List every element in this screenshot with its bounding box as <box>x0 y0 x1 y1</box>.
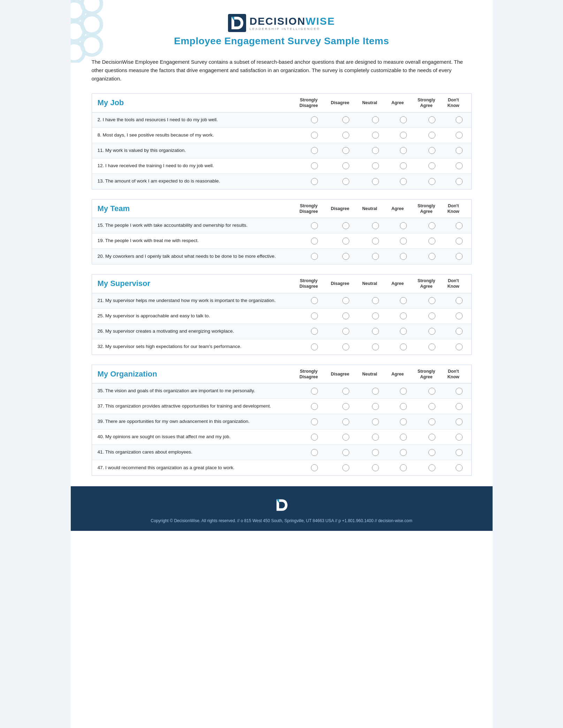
radio-circle[interactable] <box>428 418 435 425</box>
radio-cell[interactable] <box>417 160 447 172</box>
radio-circle[interactable] <box>456 116 463 123</box>
radio-cell[interactable] <box>299 416 330 428</box>
radio-cell[interactable] <box>299 310 330 322</box>
radio-cell[interactable] <box>447 250 471 263</box>
radio-circle[interactable] <box>342 388 349 395</box>
radio-cell[interactable] <box>330 416 362 428</box>
radio-cell[interactable] <box>389 310 417 322</box>
radio-cell[interactable] <box>330 175 362 188</box>
radio-cell[interactable] <box>330 431 362 443</box>
radio-circle[interactable] <box>428 434 435 441</box>
radio-circle[interactable] <box>372 343 379 350</box>
radio-circle[interactable] <box>342 343 349 350</box>
radio-circle[interactable] <box>372 449 379 456</box>
radio-circle[interactable] <box>342 403 349 410</box>
radio-cell[interactable] <box>330 114 362 126</box>
radio-circle[interactable] <box>428 253 435 260</box>
radio-cell[interactable] <box>362 160 389 172</box>
radio-circle[interactable] <box>372 328 379 335</box>
radio-cell[interactable] <box>299 129 330 141</box>
radio-circle[interactable] <box>428 132 435 139</box>
radio-cell[interactable] <box>330 160 362 172</box>
radio-circle[interactable] <box>428 403 435 410</box>
radio-circle[interactable] <box>372 403 379 410</box>
radio-circle[interactable] <box>400 147 407 154</box>
radio-cell[interactable] <box>330 341 362 353</box>
radio-cell[interactable] <box>389 175 417 188</box>
radio-cell[interactable] <box>299 144 330 157</box>
radio-circle[interactable] <box>342 312 349 319</box>
radio-cell[interactable] <box>362 400 389 413</box>
radio-circle[interactable] <box>342 328 349 335</box>
radio-circle[interactable] <box>372 297 379 304</box>
radio-circle[interactable] <box>428 343 435 350</box>
radio-cell[interactable] <box>330 400 362 413</box>
radio-cell[interactable] <box>417 400 447 413</box>
radio-cell[interactable] <box>389 341 417 353</box>
radio-cell[interactable] <box>330 325 362 338</box>
radio-cell[interactable] <box>362 462 389 474</box>
radio-circle[interactable] <box>456 464 463 471</box>
radio-circle[interactable] <box>456 178 463 185</box>
radio-cell[interactable] <box>362 235 389 247</box>
radio-cell[interactable] <box>362 175 389 188</box>
radio-cell[interactable] <box>299 462 330 474</box>
radio-circle[interactable] <box>311 449 318 456</box>
radio-circle[interactable] <box>456 253 463 260</box>
radio-cell[interactable] <box>447 400 471 413</box>
radio-circle[interactable] <box>400 162 407 169</box>
radio-cell[interactable] <box>362 250 389 263</box>
radio-cell[interactable] <box>389 400 417 413</box>
radio-cell[interactable] <box>362 114 389 126</box>
radio-cell[interactable] <box>447 294 471 307</box>
radio-cell[interactable] <box>417 462 447 474</box>
radio-circle[interactable] <box>372 116 379 123</box>
radio-circle[interactable] <box>400 253 407 260</box>
radio-circle[interactable] <box>311 418 318 425</box>
radio-cell[interactable] <box>389 219 417 232</box>
radio-circle[interactable] <box>342 178 349 185</box>
radio-cell[interactable] <box>447 235 471 247</box>
radio-cell[interactable] <box>299 114 330 126</box>
radio-cell[interactable] <box>417 416 447 428</box>
radio-cell[interactable] <box>362 325 389 338</box>
radio-circle[interactable] <box>342 147 349 154</box>
radio-cell[interactable] <box>299 235 330 247</box>
radio-cell[interactable] <box>417 294 447 307</box>
radio-circle[interactable] <box>400 178 407 185</box>
radio-circle[interactable] <box>311 132 318 139</box>
radio-circle[interactable] <box>372 464 379 471</box>
radio-circle[interactable] <box>372 388 379 395</box>
radio-cell[interactable] <box>447 462 471 474</box>
radio-circle[interactable] <box>311 178 318 185</box>
radio-circle[interactable] <box>428 464 435 471</box>
radio-cell[interactable] <box>330 129 362 141</box>
radio-circle[interactable] <box>400 403 407 410</box>
radio-cell[interactable] <box>389 114 417 126</box>
radio-circle[interactable] <box>456 312 463 319</box>
radio-cell[interactable] <box>330 250 362 263</box>
radio-circle[interactable] <box>456 297 463 304</box>
radio-cell[interactable] <box>417 114 447 126</box>
radio-cell[interactable] <box>389 431 417 443</box>
radio-cell[interactable] <box>447 129 471 141</box>
radio-cell[interactable] <box>447 160 471 172</box>
radio-circle[interactable] <box>311 464 318 471</box>
radio-cell[interactable] <box>389 294 417 307</box>
radio-cell[interactable] <box>447 114 471 126</box>
radio-cell[interactable] <box>299 219 330 232</box>
radio-circle[interactable] <box>372 253 379 260</box>
radio-cell[interactable] <box>447 341 471 353</box>
radio-circle[interactable] <box>311 253 318 260</box>
radio-cell[interactable] <box>417 341 447 353</box>
radio-circle[interactable] <box>372 418 379 425</box>
radio-circle[interactable] <box>342 253 349 260</box>
radio-circle[interactable] <box>456 147 463 154</box>
radio-cell[interactable] <box>362 416 389 428</box>
radio-circle[interactable] <box>428 328 435 335</box>
radio-circle[interactable] <box>428 297 435 304</box>
radio-circle[interactable] <box>400 343 407 350</box>
radio-circle[interactable] <box>400 297 407 304</box>
radio-cell[interactable] <box>389 446 417 459</box>
radio-circle[interactable] <box>428 178 435 185</box>
